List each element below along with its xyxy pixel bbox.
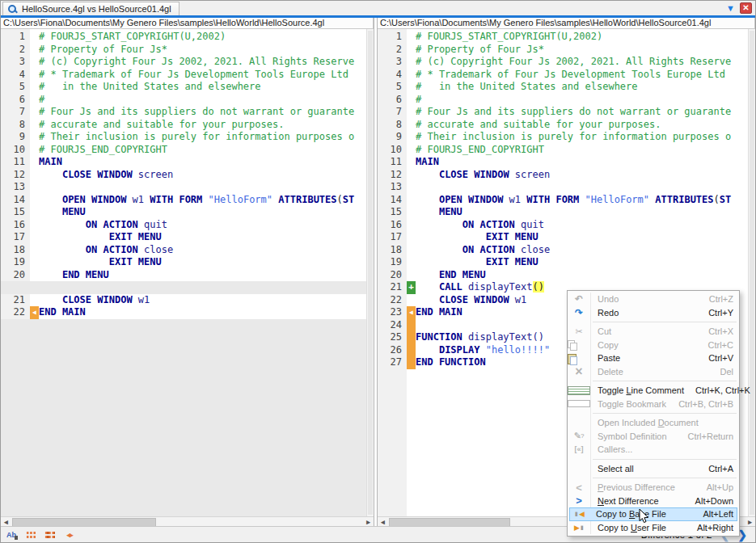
code-row[interactable]: 11MAIN bbox=[378, 156, 748, 169]
code-row[interactable]: 6# bbox=[378, 94, 748, 107]
code-row[interactable]: 13 bbox=[1, 181, 366, 194]
code-line[interactable]: # accurate and suitable for your purpose… bbox=[39, 119, 366, 132]
base-editor[interactable]: 1# FOURJS_START_COPYRIGHT(U,2002)2# Prop… bbox=[1, 29, 366, 516]
menu-item-paste[interactable]: PasteCtrl+V bbox=[568, 351, 739, 365]
code-row[interactable]: 5# in the United States and elsewhere bbox=[1, 81, 366, 94]
code-row[interactable]: 16 ON ACTION quit bbox=[378, 219, 748, 232]
code-line[interactable]: # Property of Four Js* bbox=[416, 44, 748, 57]
code-line[interactable]: OPEN WINDOW w1 WITH FORM "HelloForm" ATT… bbox=[39, 194, 366, 207]
current-difference-marker-icon[interactable]: ◀ bbox=[407, 306, 416, 319]
code-row[interactable]: 12 CLOSE WINDOW screen bbox=[378, 169, 748, 182]
code-row[interactable]: 11MAIN bbox=[1, 156, 366, 169]
menu-item-next-difference[interactable]: Next DifferenceAlt+Down bbox=[568, 495, 739, 508]
menu-item-toggle-line-comment[interactable]: Toggle Line CommentCtrl+K, Ctrl+K bbox=[568, 384, 739, 398]
document-list-dropdown-icon[interactable]: ▼ bbox=[726, 4, 735, 13]
code-line[interactable]: ON ACTION quit bbox=[39, 219, 366, 232]
code-line[interactable]: CLOSE WINDOW screen bbox=[39, 169, 366, 182]
current-difference-marker-icon[interactable]: ◀ bbox=[30, 306, 39, 319]
code-row[interactable]: 10# FOURJS_END_COPYRIGHT bbox=[1, 144, 366, 157]
code-line[interactable]: # bbox=[416, 94, 748, 107]
code-line[interactable]: EXIT MENU bbox=[39, 256, 366, 269]
code-line[interactable]: # Four Js and its suppliers do not warra… bbox=[416, 106, 748, 119]
grid-compare-icon[interactable] bbox=[26, 531, 36, 539]
code-row[interactable]: 3# (c) Copyright Four Js 2002, 2021. All… bbox=[1, 56, 366, 69]
code-line[interactable]: END MENU bbox=[416, 269, 748, 282]
code-row[interactable]: 1# FOURJS_START_COPYRIGHT(U,2002) bbox=[378, 31, 748, 44]
code-line[interactable]: # Their inclusion is purely for informat… bbox=[39, 131, 366, 144]
code-line[interactable]: MAIN bbox=[39, 156, 366, 169]
code-line[interactable]: OPEN WINDOW w1 WITH FORM "HelloForm" ATT… bbox=[416, 194, 748, 207]
code-row[interactable]: 5# in the United States and elsewhere bbox=[378, 81, 748, 94]
base-vertical-scrollbar-thumb[interactable] bbox=[368, 31, 373, 515]
code-line[interactable]: # Four Js and its suppliers do not warra… bbox=[39, 106, 366, 119]
code-line[interactable]: END MENU bbox=[39, 269, 366, 282]
code-row[interactable]: 13 bbox=[378, 181, 748, 194]
diff-gap-row[interactable] bbox=[1, 281, 366, 294]
menu-item-select-all[interactable]: Select allCtrl+A bbox=[568, 462, 739, 476]
code-line[interactable]: END MAIN bbox=[39, 306, 366, 319]
tab-hellosource-diff[interactable]: HelloSource.4gl vs HelloSource01.4gl bbox=[2, 2, 179, 15]
code-row[interactable]: 1# FOURJS_START_COPYRIGHT(U,2002) bbox=[1, 31, 366, 44]
code-line[interactable] bbox=[39, 281, 366, 294]
code-line[interactable]: MENU bbox=[416, 206, 748, 219]
code-row[interactable]: 20 END MENU bbox=[1, 269, 366, 282]
code-row[interactable]: 22◀END MAIN bbox=[1, 306, 366, 319]
code-row[interactable]: 17 EXIT MENU bbox=[378, 231, 748, 244]
code-line[interactable]: CLOSE WINDOW screen bbox=[416, 169, 748, 182]
code-row[interactable]: 8# accurate and suitable for your purpos… bbox=[1, 119, 366, 132]
menu-item-redo[interactable]: RedoCtrl+Y bbox=[568, 306, 739, 320]
code-row[interactable]: 15 MENU bbox=[378, 206, 748, 219]
grid-compare-alt-icon[interactable] bbox=[44, 531, 55, 539]
code-line[interactable]: ON ACTION close bbox=[39, 244, 366, 257]
code-line[interactable]: # (c) Copyright Four Js 2002, 2021. All … bbox=[39, 56, 366, 69]
code-line[interactable] bbox=[416, 181, 748, 194]
close-icon[interactable]: ✕ bbox=[740, 2, 752, 14]
code-line[interactable]: # FOURJS_START_COPYRIGHT(U,2002) bbox=[39, 31, 366, 44]
code-row[interactable]: 7# Four Js and its suppliers do not warr… bbox=[378, 106, 748, 119]
code-line[interactable] bbox=[39, 181, 366, 194]
code-row[interactable]: 15 MENU bbox=[1, 206, 366, 219]
code-line[interactable]: # (c) Copyright Four Js 2002, 2021. All … bbox=[416, 56, 748, 69]
code-row[interactable]: 6# bbox=[1, 94, 366, 107]
code-row[interactable]: 17 EXIT MENU bbox=[1, 231, 366, 244]
code-row[interactable]: 14 OPEN WINDOW w1 WITH FORM "HelloForm" … bbox=[378, 194, 748, 207]
code-row[interactable]: 12 CLOSE WINDOW screen bbox=[1, 169, 366, 182]
base-vertical-scrollbar[interactable] bbox=[366, 29, 374, 516]
code-line[interactable]: ON ACTION close bbox=[416, 244, 748, 257]
code-line[interactable]: CLOSE WINDOW w1 bbox=[39, 294, 366, 307]
code-line[interactable]: # FOURJS_END_COPYRIGHT bbox=[416, 144, 748, 157]
code-line[interactable]: # in the United States and elsewhere bbox=[39, 81, 366, 94]
code-row[interactable]: 18 ON ACTION close bbox=[1, 244, 366, 257]
code-row[interactable]: 2# Property of Four Js* bbox=[1, 44, 366, 57]
code-line[interactable]: # FOURJS_START_COPYRIGHT(U,2002) bbox=[416, 31, 748, 44]
code-row[interactable]: 20 END MENU bbox=[378, 269, 748, 282]
menu-item-copy-to-user-file[interactable]: Copy to User FileAlt+Right bbox=[568, 521, 739, 535]
code-row[interactable]: 10# FOURJS_END_COPYRIGHT bbox=[378, 144, 748, 157]
code-line[interactable]: # Property of Four Js* bbox=[39, 44, 366, 57]
code-row[interactable]: 18 ON ACTION close bbox=[378, 244, 748, 257]
code-line[interactable]: # * Trademark of Four Js Development Too… bbox=[39, 69, 366, 82]
tag-compare-icon[interactable]: ◂▸ bbox=[63, 529, 76, 540]
code-line[interactable]: MENU bbox=[39, 206, 366, 219]
code-line[interactable]: EXIT MENU bbox=[416, 231, 748, 244]
user-vertical-scrollbar-thumb[interactable] bbox=[750, 31, 754, 515]
code-row[interactable]: 7# Four Js and its suppliers do not warr… bbox=[1, 106, 366, 119]
code-line[interactable]: # in the United States and elsewhere bbox=[416, 81, 748, 94]
code-line[interactable]: # bbox=[39, 94, 366, 107]
code-row[interactable]: 4# * Trademark of Four Js Development To… bbox=[1, 69, 366, 82]
code-line[interactable]: # * Trademark of Four Js Development Too… bbox=[416, 69, 748, 82]
code-line[interactable]: # accurate and suitable for your purpose… bbox=[416, 119, 748, 132]
code-row[interactable]: 4# * Trademark of Four Js Development To… bbox=[378, 69, 748, 82]
code-row[interactable]: 9# Their inclusion is purely for informa… bbox=[1, 131, 366, 144]
code-line[interactable]: # FOURJS_END_COPYRIGHT bbox=[39, 144, 366, 157]
added-line-marker-icon[interactable]: + bbox=[407, 281, 416, 294]
code-line[interactable]: ON ACTION quit bbox=[416, 219, 748, 232]
code-row[interactable]: 19 EXIT MENU bbox=[1, 256, 366, 269]
code-line[interactable]: MAIN bbox=[416, 156, 748, 169]
code-row[interactable]: 8# accurate and suitable for your purpos… bbox=[378, 119, 748, 132]
code-row[interactable]: 14 OPEN WINDOW w1 WITH FORM "HelloForm" … bbox=[1, 194, 366, 207]
code-line[interactable]: EXIT MENU bbox=[416, 256, 748, 269]
code-row[interactable]: 9# Their inclusion is purely for informa… bbox=[378, 131, 748, 144]
text-compare-icon[interactable]: Ab bbox=[5, 529, 18, 540]
code-row[interactable]: 16 ON ACTION quit bbox=[1, 219, 366, 232]
